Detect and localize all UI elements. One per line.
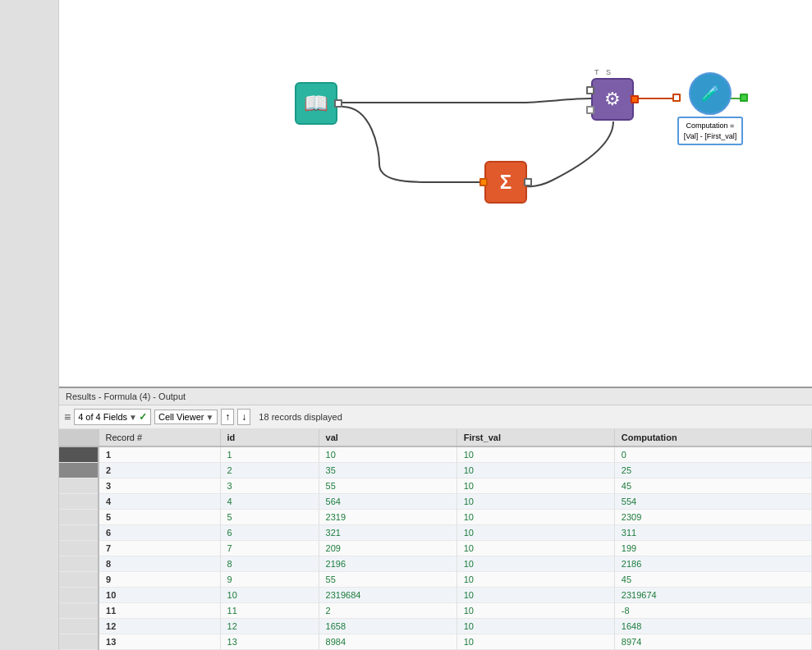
formula-circle-icon: 🧪 — [701, 85, 719, 103]
table-cell-computation: 554 — [614, 494, 811, 510]
table-row: 882196102186 — [59, 556, 812, 572]
results-toolbar: ≡ 4 of 4 Fields ▼ ✓ Cell Viewer ▼ ↑ ↓ — [59, 405, 812, 429]
table-cell-record: 2 — [99, 463, 220, 478]
table-cell-first_val: 10 — [456, 541, 614, 556]
table-row: 33551045 — [59, 478, 812, 494]
row-indicator — [59, 619, 99, 634]
table-cell-first_val: 10 — [456, 619, 614, 634]
config-top-label: T — [594, 68, 599, 76]
table-cell-computation: 2186 — [614, 556, 811, 572]
table-cell-first_val: 10 — [456, 525, 614, 541]
connection-lines — [59, 0, 812, 387]
table-cell-val: 209 — [319, 541, 456, 556]
table-row: 10102319684102319674 — [59, 588, 812, 603]
left-sidebar — [0, 0, 59, 650]
row-indicator — [59, 588, 99, 603]
table-cell-val: 2319684 — [319, 588, 456, 603]
table-cell-record: 6 — [99, 525, 220, 541]
config-right-connector — [631, 95, 639, 103]
table-cell-computation: 199 — [614, 541, 811, 556]
table-cell-record: 3 — [99, 478, 220, 494]
sort-asc-button[interactable]: ↑ — [221, 409, 234, 425]
results-header: Results - Formula (4) - Output — [59, 388, 812, 405]
row-indicator — [59, 541, 99, 556]
row-indicator — [59, 603, 99, 619]
table-cell-computation: 45 — [614, 478, 811, 494]
table-cell-record: 9 — [99, 572, 220, 588]
col-header-firstval: First_val — [456, 429, 614, 446]
viewer-dropdown[interactable]: Cell Viewer ▼ — [154, 410, 218, 424]
table-row: 4456410554 — [59, 494, 812, 510]
results-table-container[interactable]: Record # id val First_val Computation 11… — [59, 429, 812, 650]
table-cell-val: 2 — [319, 603, 456, 619]
row-indicator — [59, 510, 99, 525]
sum-left-connector — [479, 178, 488, 186]
table-cell-first_val: 10 — [456, 634, 614, 650]
table-cell-first_val: 10 — [456, 446, 614, 463]
table-cell-record: 1 — [99, 446, 220, 463]
table-cell-id: 3 — [220, 478, 319, 494]
table-cell-id: 4 — [220, 494, 319, 510]
table-cell-id: 9 — [220, 572, 319, 588]
table-cell-id: 8 — [220, 556, 319, 572]
table-cell-val: 2196 — [319, 556, 456, 572]
formula-left-connector — [672, 94, 681, 102]
row-indicator-header — [59, 429, 99, 446]
col-header-id: id — [220, 429, 319, 446]
table-cell-val: 35 — [319, 463, 456, 478]
table-cell-id: 10 — [220, 588, 319, 603]
canvas-area: 📖 ⚙ T S — [59, 0, 812, 387]
results-table-body: 1110100223510253355104544564105545523191… — [59, 446, 812, 650]
table-cell-first_val: 10 — [456, 463, 614, 478]
table-cell-id: 12 — [220, 619, 319, 634]
table-cell-first_val: 10 — [456, 510, 614, 525]
formula-label-box: Computation = [Val] - [First_val] — [677, 117, 743, 145]
row-indicator — [59, 556, 99, 572]
table-cell-id: 1 — [220, 446, 319, 463]
table-cell-id: 7 — [220, 541, 319, 556]
table-cell-id: 5 — [220, 510, 319, 525]
table-cell-record: 7 — [99, 541, 220, 556]
table-row: 99551045 — [59, 572, 812, 588]
table-cell-val: 321 — [319, 525, 456, 541]
book-node[interactable]: 📖 — [295, 82, 337, 125]
table-cell-val: 55 — [319, 478, 456, 494]
table-cell-first_val: 10 — [456, 478, 614, 494]
config-icon: ⚙ — [604, 89, 621, 110]
sum-icon: Σ — [500, 171, 512, 194]
table-cell-id: 6 — [220, 525, 319, 541]
table-cell-record: 5 — [99, 510, 220, 525]
sort-desc-button[interactable]: ↓ — [237, 409, 250, 425]
table-cell-record: 13 — [99, 634, 220, 650]
row-indicator — [59, 525, 99, 541]
table-cell-first_val: 10 — [456, 603, 614, 619]
table-cell-first_val: 10 — [456, 556, 614, 572]
table-cell-id: 13 — [220, 634, 319, 650]
table-cell-val: 2319 — [319, 510, 456, 525]
table-cell-record: 12 — [99, 619, 220, 634]
table-row: 7720910199 — [59, 541, 812, 556]
sum-node[interactable]: Σ — [484, 161, 527, 204]
fields-dropdown[interactable]: 4 of 4 Fields ▼ ✓ — [74, 409, 151, 425]
table-row: 22351025 — [59, 463, 812, 478]
config-node[interactable]: ⚙ T S — [591, 78, 634, 121]
table-cell-record: 11 — [99, 603, 220, 619]
formula-node[interactable]: 🧪 Computation = [Val] - [First_val] — [677, 72, 743, 145]
table-cell-computation: 311 — [614, 525, 811, 541]
table-cell-computation: -8 — [614, 603, 811, 619]
fields-checkmark: ✓ — [139, 411, 147, 423]
col-header-val: val — [319, 429, 456, 446]
table-cell-record: 10 — [99, 588, 220, 603]
table-cell-first_val: 10 — [456, 572, 614, 588]
table-cell-computation: 0 — [614, 446, 811, 463]
records-label: 18 records displayed — [259, 412, 342, 422]
table-cell-computation: 2309 — [614, 510, 811, 525]
row-indicator — [59, 572, 99, 588]
row-indicator — [59, 494, 99, 510]
table-cell-id: 2 — [220, 463, 319, 478]
table-row: 1110100 — [59, 446, 812, 463]
table-row: 552319102309 — [59, 510, 812, 525]
list-icon[interactable]: ≡ — [64, 410, 71, 423]
row-indicator — [59, 463, 99, 478]
table-cell-record: 8 — [99, 556, 220, 572]
